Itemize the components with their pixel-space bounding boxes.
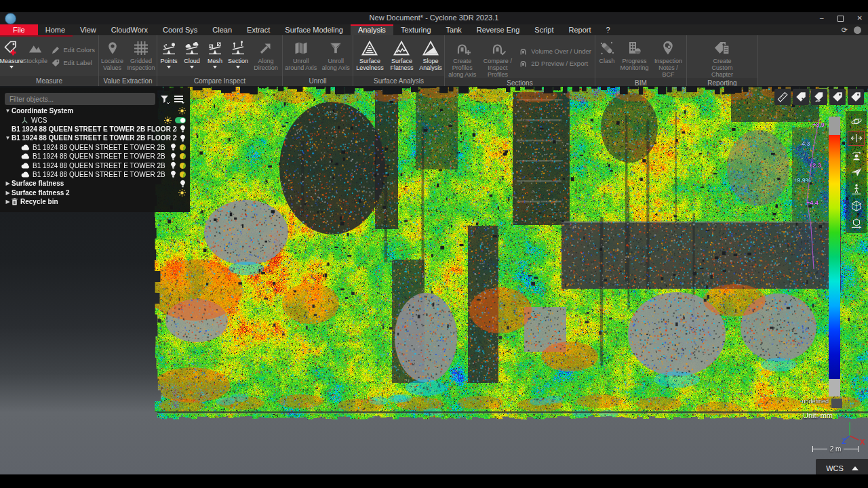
ribbon-button-unroll-around-axis[interactable]: Unroll around Axis: [283, 37, 319, 76]
ribbon-button-section[interactable]: Section: [226, 37, 250, 76]
ribbon-button-edit-colors[interactable]: Edit Colors: [51, 45, 95, 55]
menu-tab-cloudworx[interactable]: CloudWorx: [104, 24, 155, 35]
tree-menu-icon[interactable]: [174, 95, 185, 104]
filter-icon[interactable]: [160, 95, 170, 104]
point-cloud-render[interactable]: [155, 87, 868, 420]
menu-tab-file[interactable]: File: [0, 24, 38, 35]
sun-icon[interactable]: [164, 117, 172, 124]
bulb-icon[interactable]: [170, 152, 176, 161]
bulb-icon[interactable]: [170, 161, 176, 169]
sync-icon[interactable]: ⟳: [842, 26, 848, 35]
tree-row-b1-1924-88-queen-street-e-tower-2b-floor-29[interactable]: ▼B1 1924 88 QUEEN STREET E TOWER 2B FLOO…: [0, 134, 190, 142]
ribbon-button-surface-flatness[interactable]: Surface Flatness: [387, 37, 417, 76]
top-letterbox-bar: [0, 0, 868, 12]
label-clear-icon[interactable]: [793, 89, 809, 105]
ribbon-button-clash[interactable]: Clash: [595, 37, 618, 78]
coordinate-system-selector[interactable]: WCS: [816, 459, 868, 474]
tree-row-b1-1924-88-queen-street-e-tower-2b-floor-29-floors[interactable]: B1 1924 88 QUEEN STREET E TOWER 2B FLOOR…: [0, 170, 190, 179]
tree-row-surface-flatness-2[interactable]: ▶Surface flatness 2: [0, 188, 190, 197]
menu-tab-script[interactable]: Script: [527, 24, 561, 35]
viewport-3d[interactable]: Z X ▼Coordinate SystemWCSB1 1924 88 QUEE…: [0, 86, 868, 474]
ribbon-button-points[interactable]: Points: [157, 37, 180, 76]
tree-row-coordinate-system[interactable]: ▼Coordinate System: [0, 106, 190, 115]
bulb-icon[interactable]: [180, 125, 186, 133]
ribbon-button-measure[interactable]: Measure: [0, 37, 23, 76]
minimize-button[interactable]: –: [820, 15, 824, 22]
menu-tab-reverse-eng[interactable]: Reverse Eng: [469, 24, 528, 35]
tree-row-b1-1924-88-queen-street-e-tower-2b-floor-28[interactable]: B1 1924 88 QUEEN STREET E TOWER 2B FLOOR…: [0, 125, 190, 134]
cloud-icon: [21, 163, 30, 169]
tree-row-b1-1924-88-queen-street-e-tower-2b-floor-29-walls[interactable]: B1 1924 88 QUEEN STREET E TOWER 2B FLOOR…: [0, 143, 190, 152]
account-icon[interactable]: [854, 26, 861, 34]
ribbon-button-create-custom-chapter[interactable]: Create Custom Chapter: [700, 37, 745, 78]
chevron-down-icon[interactable]: [213, 66, 217, 68]
arrow-ne-icon: [258, 39, 274, 57]
ribbon-button-unroll-along-axis[interactable]: Unroll along Axis: [319, 37, 353, 76]
ribbon-button-volume-over-under[interactable]: Volume Over / Under: [519, 47, 591, 56]
visibility-toggle-on[interactable]: [175, 117, 186, 123]
bulb-icon[interactable]: [180, 180, 186, 188]
chevron-down-icon[interactable]: [236, 66, 240, 68]
menu-tab-report[interactable]: Report: [561, 24, 598, 35]
chevron-down-icon[interactable]: [9, 66, 14, 68]
tag-solid-icon[interactable]: [829, 89, 846, 105]
ribbon-button-inspection-notes-bcf[interactable]: Inspection Notes / BCF: [650, 37, 686, 78]
menu-tab-view[interactable]: View: [73, 24, 104, 35]
close-button[interactable]: ✕: [857, 15, 863, 22]
menu-tab-texturing[interactable]: Texturing: [393, 24, 439, 35]
filter-objects-input[interactable]: [5, 93, 155, 105]
menu-tab-home[interactable]: Home: [38, 24, 73, 35]
menu-tab-surface-modeling[interactable]: Surface Modeling: [277, 24, 351, 35]
menu-tab-extract[interactable]: Extract: [239, 24, 277, 35]
menu-tab-[interactable]: ?: [599, 24, 618, 35]
expander-right-icon[interactable]: ▶: [4, 190, 12, 196]
menu-tab-tank[interactable]: Tank: [439, 24, 469, 35]
expander-down-icon[interactable]: ▼: [4, 135, 12, 141]
ribbon-button-localize-values[interactable]: Localize Values: [99, 37, 125, 76]
nav-ground-view-button[interactable]: [848, 216, 865, 230]
nav-orbit-button[interactable]: [848, 114, 865, 129]
chevron-down-icon[interactable]: [167, 66, 171, 68]
menu-tab-analysis[interactable]: Analysis: [351, 24, 393, 35]
label-along-icon[interactable]: [811, 89, 827, 105]
restore-button[interactable]: [837, 16, 844, 22]
nav-walk-button[interactable]: [848, 182, 865, 197]
expander-right-icon[interactable]: ▶: [4, 199, 12, 205]
ribbon-button-gridded-inspection[interactable]: Gridded Inspection: [125, 37, 157, 76]
tree-row-recycle-bin[interactable]: ▶Recycle bin: [0, 197, 190, 206]
ribbon-button-surface-levelness[interactable]: Surface Levelness: [353, 37, 387, 76]
bulb-icon[interactable]: [170, 170, 176, 178]
menu-tab-clean[interactable]: Clean: [205, 24, 239, 35]
nav-zoom-fit-button[interactable]: [848, 131, 865, 146]
bulb-icon[interactable]: [180, 134, 186, 142]
tree-row-wcs[interactable]: WCS: [0, 115, 190, 124]
ribbon-button-2d-preview-export[interactable]: 2D Preview / Export: [519, 59, 591, 68]
ribbon-button-along-direction[interactable]: Along Direction: [250, 37, 282, 76]
ribbon-button-cloud[interactable]: Cloud: [180, 37, 203, 76]
ribbon-button-edit-label[interactable]: Edit Label: [51, 58, 95, 68]
sun-icon[interactable]: [178, 107, 186, 115]
tree-row-surface-flatness[interactable]: ▶Surface flatness: [0, 179, 190, 188]
nav-examine-button[interactable]: [848, 148, 865, 163]
ribbon-button-create-profiles-along-axis[interactable]: Create Profiles along Axis: [445, 37, 479, 78]
menu-tab-coord-sys[interactable]: Coord Sys: [155, 24, 205, 35]
tag-extra-icon[interactable]: [848, 89, 864, 105]
ribbon-button-compare-inspect-profiles[interactable]: Compare / Inspect Profiles: [479, 37, 515, 78]
expander-down-icon[interactable]: ▼: [4, 108, 12, 114]
tree-row-b1-1924-88-queen-street-e-tower-2b-floor-29-ceilings[interactable]: B1 1924 88 QUEEN STREET E TOWER 2B FLOOR…: [0, 152, 190, 161]
ribbon-button-stockpile[interactable]: Stockpile: [23, 37, 47, 76]
nav-iso-cube-button[interactable]: [848, 199, 865, 214]
unroll-around-icon: [292, 39, 310, 57]
measure-ruler-icon[interactable]: [774, 89, 791, 105]
sun-icon[interactable]: [178, 189, 186, 197]
ribbon-button-slope-analysis[interactable]: Slope Analysis: [417, 37, 444, 76]
bulb-icon[interactable]: [170, 143, 176, 151]
nav-fly-button[interactable]: [848, 165, 865, 180]
expander-right-icon[interactable]: ▶: [4, 180, 12, 186]
chevron-down-icon[interactable]: [190, 66, 194, 68]
ribbon-group-label: Measure: [0, 76, 98, 86]
ribbon-button-mesh[interactable]: Mesh: [203, 37, 226, 76]
tree-row-b1-1924-88-queen-street-e-tower-2b-floor-29-others[interactable]: B1 1924 88 QUEEN STREET E TOWER 2B FLOOR…: [0, 161, 190, 169]
ribbon-group-unroll: Unroll around AxisUnroll along AxisUnrol…: [283, 35, 353, 86]
ribbon-button-progress-monitoring[interactable]: Progress Monitoring: [618, 37, 650, 78]
